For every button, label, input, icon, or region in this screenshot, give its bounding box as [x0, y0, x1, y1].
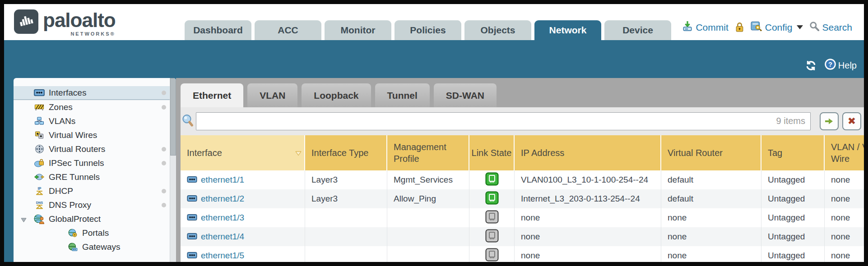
sidebar-item-gre-tunnels[interactable]: GRE Tunnels [14, 170, 176, 184]
cell-profile [387, 208, 469, 227]
table-row[interactable]: ethernet1/4nonenoneUntaggednone [181, 227, 864, 246]
subtab-vlan[interactable]: VLAN [247, 83, 297, 107]
expander-triangle-icon[interactable] [21, 216, 27, 225]
cell-link [469, 170, 515, 189]
sort-dropdown-icon[interactable] [295, 147, 302, 159]
virtual-wires-icon [33, 131, 45, 139]
search-icon [809, 21, 819, 33]
subtab-tunnel[interactable]: Tunnel [375, 83, 430, 107]
table-row[interactable]: ethernet1/1Layer3Mgmt_ServicesVLAN0100_L… [181, 170, 864, 189]
ethernet-port-icon [187, 232, 197, 242]
item-status-dot [162, 203, 166, 207]
link-state-down-icon [485, 248, 499, 262]
cell-type: Layer3 [305, 189, 387, 208]
cell-vrouter: default [661, 189, 761, 208]
column-header-ip-address[interactable]: IP Address [515, 135, 661, 170]
sidebar-item-label: Virtual Routers [49, 144, 105, 154]
config-button[interactable]: Config [751, 21, 803, 34]
sidebar-scrollbar[interactable] [170, 78, 176, 262]
table-row[interactable]: ethernet1/3nonenoneUntaggednone [181, 208, 864, 227]
clear-filter-button[interactable]: ✖ [842, 112, 861, 130]
cell-interface[interactable]: ethernet1/5 [181, 246, 305, 262]
interface-link[interactable]: ethernet1/4 [201, 232, 244, 242]
sidebar-item-portals[interactable]: Portals [14, 226, 176, 240]
top-bar: paloalto NETWORKS® DashboardACCMonitorPo… [4, 4, 864, 40]
main-nav-tabs: DashboardACCMonitorPoliciesObjectsNetwor… [185, 20, 671, 40]
dhcp-icon: IP [33, 186, 45, 196]
column-header-vlan-v[interactable]: VLAN / V Wire [825, 135, 864, 170]
column-header-interface-type[interactable]: Interface Type [305, 135, 387, 170]
cell-interface[interactable]: ethernet1/3 [181, 208, 305, 227]
nav-tab-objects[interactable]: Objects [464, 20, 531, 40]
zones-icon [33, 103, 45, 111]
portals-icon [67, 229, 79, 238]
sidebar-item-dhcp[interactable]: IPDHCP [14, 184, 176, 198]
cell-profile: Mgmt_Services [387, 170, 469, 189]
interface-link[interactable]: ethernet1/5 [201, 251, 244, 261]
filter-input[interactable] [196, 112, 811, 130]
search-label: Search [822, 22, 852, 33]
commit-button[interactable]: Commit [682, 21, 728, 34]
sidebar-scrollbar-thumb[interactable] [170, 78, 176, 156]
help-button[interactable]: ? Help [824, 58, 857, 73]
lock-icon[interactable] [735, 22, 744, 32]
vlans-icon [33, 117, 45, 125]
cell-tag: Untagged [761, 246, 825, 262]
refresh-icon[interactable] [805, 60, 817, 71]
nav-tab-policies[interactable]: Policies [395, 20, 461, 40]
nav-tab-acc[interactable]: ACC [255, 20, 321, 40]
column-header-tag[interactable]: Tag [761, 135, 825, 170]
nav-tab-network[interactable]: Network [534, 20, 601, 40]
cell-interface[interactable]: ethernet1/1 [181, 170, 305, 189]
nav-tab-monitor[interactable]: Monitor [325, 20, 391, 40]
cell-interface[interactable]: ethernet1/4 [181, 227, 305, 246]
table-row[interactable]: ethernet1/2Layer3Allow_PingInternet_L3_2… [181, 189, 864, 208]
column-header-virtual-router[interactable]: Virtual Router [661, 135, 761, 170]
sidebar-item-label: Virtual Wires [49, 130, 97, 140]
items-count: 9 items [776, 116, 805, 126]
ethernet-port-icon [187, 251, 197, 261]
cell-link [469, 246, 515, 262]
subtab-sd-wan[interactable]: SD-WAN [434, 83, 497, 107]
column-header-interface[interactable]: Interface [181, 135, 305, 170]
nav-tab-device[interactable]: Device [604, 20, 671, 40]
sidebar-item-virtual-routers[interactable]: Virtual Routers [14, 142, 176, 156]
sidebar-item-label: DNS Proxy [49, 200, 91, 210]
sidebar-item-vlans[interactable]: VLANs [14, 114, 176, 128]
nav-tab-dashboard[interactable]: Dashboard [185, 20, 251, 40]
filter-row: 9 items ✖ [181, 107, 864, 135]
sidebar-item-globalprotect[interactable]: GlobalProtect [14, 212, 176, 226]
sidebar-item-label: VLANs [49, 116, 75, 126]
globalprotect-icon [33, 214, 45, 224]
sidebar-item-interfaces[interactable]: Interfaces [14, 86, 176, 100]
sidebar-item-label: Gateways [82, 242, 120, 252]
subtab-ethernet[interactable]: Ethernet [181, 83, 243, 107]
sidebar-item-gateways[interactable]: Gateways [14, 240, 176, 254]
interface-link[interactable]: ethernet1/2 [201, 194, 244, 204]
table-header: InterfaceInterface TypeManagement Profil… [181, 135, 864, 170]
sidebar: InterfacesZonesVLANsVirtual WiresVirtual… [14, 78, 176, 262]
column-header-management-profile[interactable]: Management Profile [387, 135, 469, 170]
cell-profile: Allow_Ping [387, 189, 469, 208]
cell-vlan: none [825, 227, 864, 246]
cell-tag: Untagged [761, 189, 825, 208]
cell-vlan: none [825, 208, 864, 227]
column-header-link-state[interactable]: Link State [469, 135, 515, 170]
cell-interface[interactable]: ethernet1/2 [181, 189, 305, 208]
item-status-dot [162, 161, 166, 165]
interface-link[interactable]: ethernet1/1 [201, 175, 244, 185]
apply-filter-button[interactable] [820, 112, 839, 130]
sidebar-item-virtual-wires[interactable]: Virtual Wires [14, 128, 176, 142]
table-row[interactable]: ethernet1/5nonenoneUntaggednone [181, 246, 864, 262]
cell-type [305, 246, 387, 262]
app-screen: paloalto NETWORKS® DashboardACCMonitorPo… [4, 4, 864, 262]
item-status-dot [162, 189, 166, 193]
subtab-loopback[interactable]: Loopback [302, 83, 371, 107]
ipsec-tunnels-icon [33, 159, 45, 167]
sidebar-item-ipsec-tunnels[interactable]: IPSec Tunnels [14, 156, 176, 170]
search-button[interactable]: Search [809, 21, 852, 33]
interface-link[interactable]: ethernet1/3 [201, 213, 244, 223]
cell-tag: Untagged [761, 170, 825, 189]
sidebar-item-dns-proxy[interactable]: DNSDNS Proxy [14, 198, 176, 212]
sidebar-item-zones[interactable]: Zones [14, 100, 176, 114]
